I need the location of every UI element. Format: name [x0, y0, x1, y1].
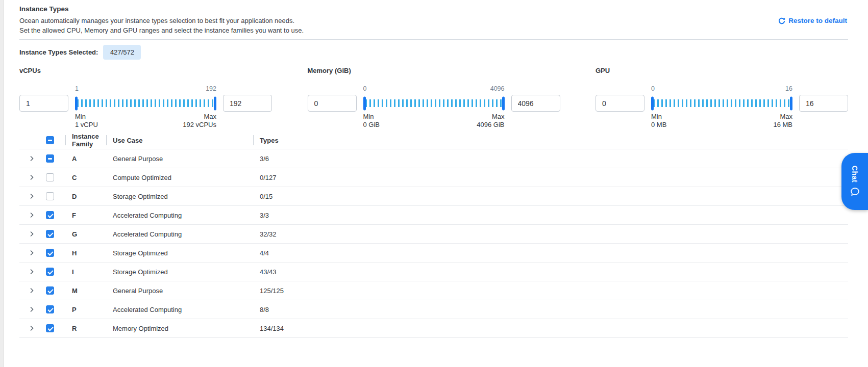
vcpu-label: vCPUs	[19, 67, 272, 74]
table-row[interactable]: A General Purpose 3/6	[19, 149, 848, 168]
expand-row-button[interactable]	[19, 325, 44, 332]
expand-row-button[interactable]	[19, 306, 44, 313]
memory-range-max: 4096	[490, 85, 505, 92]
family-cell: D	[65, 193, 106, 200]
family-cell: A	[65, 155, 106, 163]
vcpu-slider-max-handle[interactable]	[214, 96, 216, 110]
vcpu-min-caption: Min 1 vCPU	[75, 113, 98, 129]
table-row[interactable]: I Storage Optimized 43/43	[19, 263, 848, 281]
gpu-slider: 0 16 Min 0 MB Max 16 MB	[644, 84, 799, 129]
family-cell: R	[65, 325, 106, 332]
memory-slider-track[interactable]	[363, 95, 505, 112]
selected-count-label: Instance Types Selected:	[19, 48, 98, 56]
chevron-right-icon	[28, 174, 35, 181]
chevron-right-icon	[28, 249, 35, 256]
chevron-right-icon	[28, 306, 35, 313]
types-cell: 0/127	[253, 174, 848, 181]
gpu-slider-track[interactable]	[651, 95, 792, 112]
table-row[interactable]: P Accelerated Computing 8/8	[19, 300, 848, 319]
table-row[interactable]: D Storage Optimized 0/15	[19, 187, 848, 206]
use-case-cell: General Purpose	[106, 155, 253, 163]
expand-row-button[interactable]	[19, 287, 44, 294]
row-checkbox[interactable]	[46, 286, 54, 295]
expand-row-button[interactable]	[19, 249, 44, 256]
vcpu-range-max: 192	[206, 85, 216, 92]
vcpu-max-input[interactable]	[223, 95, 272, 112]
gpu-range-max: 16	[785, 85, 792, 92]
use-case-cell: General Purpose	[106, 287, 253, 295]
memory-slider-section: Memory (GiB) 0 4096 Min 0 GiB	[308, 67, 560, 129]
table-row[interactable]: H Storage Optimized 4/4	[19, 244, 848, 263]
gpu-slider-ticks	[653, 99, 790, 107]
column-header-instance-family: Instance Family	[65, 133, 106, 148]
family-cell: C	[65, 174, 106, 181]
gpu-slider-max-handle[interactable]	[790, 96, 792, 110]
gpu-range-min: 0	[651, 85, 655, 92]
row-checkbox[interactable]	[46, 249, 54, 257]
use-case-cell: Storage Optimized	[106, 268, 253, 276]
gpu-max-input[interactable]	[799, 95, 848, 112]
restore-to-default-button[interactable]: Restore to default	[778, 17, 847, 24]
table-row[interactable]: F Accelerated Computing 3/3	[19, 206, 848, 225]
row-checkbox[interactable]	[46, 154, 54, 163]
types-cell: 134/134	[253, 325, 848, 332]
types-cell: 43/43	[253, 268, 848, 276]
column-header-types: Types	[253, 137, 848, 144]
chat-button[interactable]: Chat	[841, 153, 868, 210]
memory-min-caption: Min 0 GiB	[363, 113, 380, 129]
chevron-right-icon	[28, 193, 35, 200]
memory-slider-min-handle[interactable]	[363, 96, 366, 110]
table-row[interactable]: R Memory Optimized 134/134	[19, 319, 848, 338]
row-checkbox[interactable]	[46, 230, 54, 238]
section-divider	[19, 39, 848, 40]
row-checkbox[interactable]	[46, 173, 54, 181]
description-line-1: Ocean automatically manages your instanc…	[19, 16, 304, 25]
types-cell: 4/4	[253, 249, 848, 257]
row-checkbox[interactable]	[46, 305, 54, 313]
table-row[interactable]: C Compute Optimized 0/127	[19, 168, 848, 187]
family-cell: I	[65, 268, 106, 276]
gpu-max-caption: Max 16 MB	[773, 113, 792, 129]
types-cell: 3/3	[253, 212, 848, 219]
memory-slider-max-handle[interactable]	[502, 96, 505, 110]
gpu-slider-min-handle[interactable]	[651, 96, 654, 110]
row-checkbox[interactable]	[46, 324, 54, 332]
memory-max-caption: Max 4096 GiB	[477, 113, 504, 129]
table-row[interactable]: M General Purpose 125/125	[19, 281, 848, 300]
gpu-min-input[interactable]	[596, 95, 644, 112]
memory-min-input[interactable]	[308, 95, 357, 112]
expand-row-button[interactable]	[19, 155, 44, 162]
chat-bubble-icon	[850, 187, 860, 197]
chevron-right-icon	[28, 325, 35, 332]
expand-row-button[interactable]	[19, 230, 44, 238]
types-cell: 3/6	[253, 155, 848, 163]
use-case-cell: Accelerated Computing	[106, 230, 253, 238]
vcpu-range-min: 1	[75, 85, 79, 92]
vcpu-min-input[interactable]	[19, 95, 68, 112]
use-case-cell: Accelerated Computing	[106, 212, 253, 219]
memory-max-input[interactable]	[511, 95, 560, 112]
family-cell: F	[65, 212, 106, 219]
gpu-min-caption: Min 0 MB	[651, 113, 666, 129]
expand-row-button[interactable]	[19, 212, 44, 219]
expand-row-button[interactable]	[19, 174, 44, 181]
row-checkbox[interactable]	[46, 268, 54, 276]
row-checkbox[interactable]	[46, 192, 54, 200]
page-description: Ocean automatically manages your instanc…	[19, 16, 304, 35]
vcpu-slider-min-handle[interactable]	[75, 96, 78, 110]
row-checkbox[interactable]	[46, 211, 54, 219]
select-all-checkbox[interactable]	[46, 136, 54, 144]
left-panel-edge	[0, 0, 4, 367]
memory-label: Memory (GiB)	[308, 67, 560, 74]
family-cell: M	[65, 287, 106, 295]
family-cell: G	[65, 230, 106, 238]
table-header-row: Instance Family Use Case Types	[19, 132, 848, 149]
column-header-use-case: Use Case	[106, 137, 253, 144]
use-case-cell: Memory Optimized	[106, 325, 253, 332]
vcpu-slider-track[interactable]	[75, 95, 216, 112]
expand-row-button[interactable]	[19, 193, 44, 200]
memory-slider: 0 4096 Min 0 GiB Max 4096 GiB	[357, 84, 511, 129]
memory-range-min: 0	[363, 85, 367, 92]
expand-row-button[interactable]	[19, 268, 44, 275]
table-row[interactable]: G Accelerated Computing 32/32	[19, 225, 848, 244]
